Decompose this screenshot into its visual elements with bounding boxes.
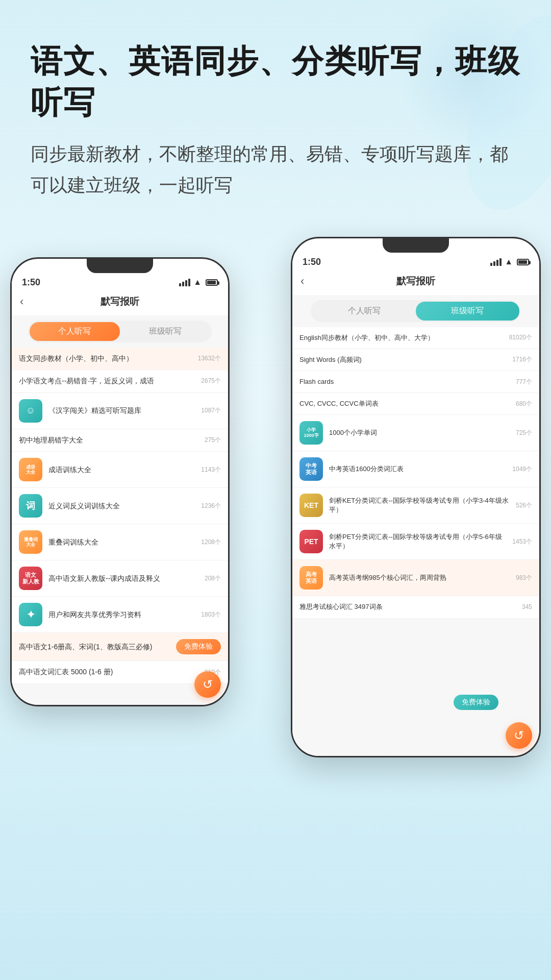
item-count: 1049个	[512, 465, 532, 474]
tab-class-left[interactable]: 班级听写	[120, 322, 210, 341]
sub-title: 同步最新教材，不断整理的常用、易错、专项听写题库，都可以建立班级，一起听写	[31, 138, 520, 201]
list-item[interactable]: English同步教材（小学、初中、高中、大学） 81020个	[292, 327, 539, 349]
main-title: 语文、英语同步、分类听写，班级听写	[31, 41, 520, 123]
item-text: 用户和网友共享优秀学习资料	[48, 610, 197, 620]
item-icon: 中考英语	[299, 457, 323, 481]
item-text: 1000个小学单词	[329, 428, 512, 437]
item-icon: PET	[299, 530, 323, 553]
wifi-icon: ▲	[193, 278, 202, 287]
list-item[interactable]: 小学语文考点--易错音·字，近反义词，成语 2675个	[12, 370, 228, 393]
wifi-icon-right: ▲	[505, 257, 513, 266]
list-item[interactable]: 词 近义词反义词训练大全 1236个	[12, 488, 228, 524]
item-icon: KET	[299, 494, 323, 517]
item-text: 剑桥KET分类词汇表--国际学校等级考试专用（小学3-4年级水平）	[329, 496, 512, 514]
list-item[interactable]: 初中地理易错字大全 275个	[12, 429, 228, 452]
refresh-button-right[interactable]: ↺	[506, 722, 532, 749]
list-item[interactable]: 高考英语 高考英语考纲985个核心词汇，两周背熟 983个	[292, 560, 539, 596]
status-icons-left: ▲	[179, 278, 218, 287]
list-item[interactable]: ✦ 用户和网友共享优秀学习资料 1803个	[12, 597, 228, 633]
item-text: 初中地理易错字大全	[19, 435, 201, 446]
list-item[interactable]: 小学1000字 1000个小学单词 725个	[292, 415, 539, 451]
refresh-button-left[interactable]: ↺	[194, 671, 221, 698]
item-icon: 成语大全	[19, 458, 42, 481]
phone-left-content: 1:50 ▲ ‹ 默写报听	[12, 273, 228, 705]
item-icon: 重叠词大全	[19, 530, 42, 554]
list-item[interactable]: Flash cards 777个	[292, 371, 539, 393]
item-text: 高中语文新人教版--课内成语及释义	[48, 574, 201, 584]
list-item[interactable]: CVC, CVCC, CCVC单词表 680个	[292, 393, 539, 415]
list-item[interactable]: 语文同步教材（小学、初中、高中） 13632个	[12, 348, 228, 371]
item-count: 1143个	[201, 465, 221, 474]
list-item[interactable]: 高中语文1-6册高、宋词(1、教版高三必修) 免费体验	[12, 633, 228, 661]
item-text: 中考英语1600分类词汇表	[329, 464, 508, 474]
time-right: 1:50	[303, 257, 321, 267]
signal-icon-right	[490, 258, 502, 266]
header-section: 语文、英语同步、分类听写，班级听写 同步最新教材，不断整理的常用、易错、专项听写…	[0, 0, 551, 222]
item-count: 725个	[516, 429, 532, 437]
list-item[interactable]: Sight Words (高频词) 1716个	[292, 349, 539, 371]
item-count: 526个	[516, 501, 532, 510]
item-count: 777个	[516, 378, 532, 386]
list-item[interactable]: ☺ 《汉字闯关》精选可听写题库 1087个	[12, 393, 228, 429]
item-text: CVC, CVCC, CCVC单词表	[299, 399, 512, 408]
status-icons-right: ▲	[490, 257, 529, 266]
back-button-left[interactable]: ‹	[20, 295, 23, 308]
phone-right: 1:50 ▲ ‹ 默写报听	[291, 237, 541, 757]
item-count: 1087个	[201, 406, 221, 415]
item-text: 重叠词训练大全	[48, 537, 197, 548]
item-text: 成语训练大全	[48, 465, 197, 475]
phone-right-content: 1:50 ▲ ‹ 默写报听	[292, 253, 539, 756]
item-icon: 语文新人教	[19, 567, 42, 590]
item-text: Sight Words (高频词)	[299, 355, 508, 364]
list-right: English同步教材（小学、初中、高中、大学） 81020个 Sight Wo…	[292, 327, 539, 756]
list-item[interactable]: KET 剑桥KET分类词汇表--国际学校等级考试专用（小学3-4年级水平） 52…	[292, 487, 539, 524]
list-item[interactable]: 重叠词大全 重叠词训练大全 1208个	[12, 524, 228, 560]
tab-personal-right[interactable]: 个人听写	[312, 302, 416, 321]
item-count: 13632个	[198, 354, 221, 363]
toggle-tabs-right: 个人听写 班级听写	[311, 300, 520, 322]
list-item[interactable]: 语文新人教 高中语文新人教版--课内成语及释义 208个	[12, 560, 228, 597]
battery-icon-right	[517, 259, 529, 265]
item-text: English同步教材（小学、初中、高中、大学）	[299, 333, 505, 342]
app-title-left: 默写报听	[101, 295, 139, 308]
item-text: 剑桥PET分类词汇表--国际学校等级考试专用（小学5-6年级水平）	[329, 532, 508, 551]
time-left: 1:50	[22, 277, 40, 288]
app-header-left: ‹ 默写报听	[12, 290, 228, 315]
item-count: 680个	[516, 400, 532, 408]
item-count: 1716个	[512, 355, 532, 364]
phone-left-notch	[87, 259, 153, 273]
item-text: 雅思考试核心词汇 3497词条	[299, 602, 518, 611]
item-text: Flash cards	[299, 377, 512, 386]
item-icon: 高考英语	[299, 566, 323, 590]
item-text: 《汉字闯关》精选可听写题库	[48, 406, 197, 416]
item-count: 1236个	[201, 502, 221, 510]
free-exp-text[interactable]: 免费体验	[454, 695, 498, 710]
item-text: 高中语文词汇表 5000 (1-6 册)	[19, 667, 201, 677]
list-item[interactable]: 中考英语 中考英语1600分类词汇表 1049个	[292, 451, 539, 487]
tab-personal-left[interactable]: 个人听写	[30, 322, 120, 341]
item-count: 1803个	[201, 610, 221, 619]
item-text: 高中语文1-6册高、宋词(1、教版高三必修)	[19, 642, 172, 652]
tab-class-right[interactable]: 班级听写	[416, 302, 519, 321]
free-badge-left[interactable]: 免费体验	[176, 639, 221, 654]
list-item[interactable]: 成语大全 成语训练大全 1143个	[12, 452, 228, 488]
item-text: 近义词反义词训练大全	[48, 501, 197, 511]
item-count: 208个	[205, 574, 221, 583]
phone-left: 1:50 ▲ ‹ 默写报听	[10, 257, 230, 706]
item-text: 小学语文考点--易错音·字，近反义词，成语	[19, 376, 197, 386]
app-header-right: ‹ 默写报听	[292, 270, 539, 295]
item-icon: 词	[19, 494, 42, 518]
item-text: 高考英语考纲985个核心词汇，两周背熟	[329, 573, 512, 582]
item-count: 2675个	[201, 377, 221, 385]
phones-container: 1:50 ▲ ‹ 默写报听	[0, 232, 551, 936]
list-item[interactable]: 雅思考试核心词汇 3497词条 345	[292, 596, 539, 618]
free-badge-right[interactable]: 免费体验	[449, 695, 498, 710]
item-icon: ✦	[19, 603, 42, 626]
list-item[interactable]: PET 剑桥PET分类词汇表--国际学校等级考试专用（小学5-6年级水平） 14…	[292, 524, 539, 560]
item-count: 345	[522, 603, 532, 610]
item-text: 语文同步教材（小学、初中、高中）	[19, 354, 194, 364]
item-icon: ☺	[19, 399, 42, 423]
back-button-right[interactable]: ‹	[300, 275, 304, 288]
item-count: 1453个	[512, 537, 532, 546]
item-count: 983个	[516, 574, 532, 582]
